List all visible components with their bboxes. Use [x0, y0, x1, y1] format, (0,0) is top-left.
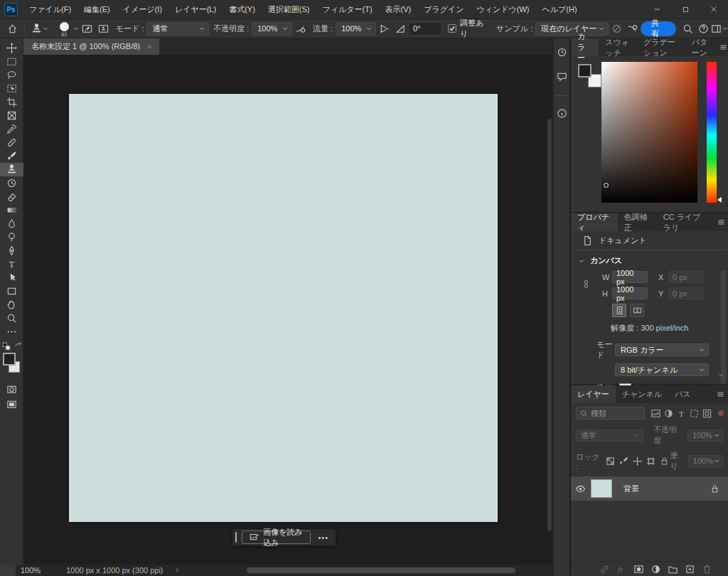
layer-filter-toggle[interactable]	[718, 410, 724, 416]
eraser-tool[interactable]	[0, 190, 23, 203]
crop-tool[interactable]	[0, 95, 23, 109]
color-tab-patterns[interactable]: パターン	[685, 38, 718, 56]
horizontal-scrollbar[interactable]	[247, 567, 515, 573]
properties-tab-adjustments[interactable]: 色調補正	[618, 213, 657, 231]
path-selection-tool[interactable]	[0, 271, 23, 284]
search-button[interactable]	[680, 20, 696, 37]
visibility-eye-icon[interactable]	[571, 484, 589, 494]
type-tool[interactable]: T	[0, 257, 23, 271]
rectangle-tool[interactable]	[0, 284, 23, 298]
menu-view[interactable]: 表示(V)	[379, 0, 418, 18]
comments-panel-button[interactable]	[557, 71, 567, 83]
home-button[interactable]	[4, 20, 21, 37]
hue-slider-marker[interactable]	[717, 197, 722, 203]
lock-all-icon[interactable]	[659, 456, 670, 466]
layer-row-background[interactable]: 背景	[571, 476, 728, 501]
lock-artboard-nesting-icon[interactable]	[646, 456, 656, 466]
layers-tab-paths[interactable]: パス	[668, 385, 697, 403]
move-tool[interactable]	[0, 41, 23, 55]
spot-healing-brush-tool[interactable]	[0, 136, 23, 149]
properties-scrollbar[interactable]	[721, 270, 726, 384]
portrait-orientation-button[interactable]	[612, 304, 626, 317]
filter-pixel-layers-icon[interactable]	[651, 408, 661, 419]
sample-select[interactable]: 現在のレイヤー	[535, 22, 609, 36]
lock-image-pixels-icon[interactable]	[619, 456, 629, 466]
close-tab-icon[interactable]	[146, 43, 153, 50]
menu-type[interactable]: 書式(Y)	[223, 0, 262, 18]
minimize-button[interactable]	[643, 0, 671, 18]
height-field[interactable]: 1000 px	[612, 287, 648, 299]
color-gradient-field[interactable]	[601, 62, 697, 203]
quick-mask-button[interactable]	[0, 383, 23, 396]
width-field[interactable]: 1000 px	[612, 271, 648, 283]
color-panel-menu-button[interactable]	[718, 38, 728, 56]
help-button[interactable]	[696, 20, 712, 37]
filter-type-layers-icon[interactable]: T	[676, 408, 687, 419]
opacity-select[interactable]: 100%	[252, 22, 292, 36]
flow-select[interactable]: 100%	[336, 22, 376, 36]
new-group-icon[interactable]	[668, 564, 678, 575]
layers-tab-channels[interactable]: チャンネル	[616, 385, 668, 403]
properties-panel-menu-button[interactable]	[714, 213, 728, 231]
load-image-button[interactable]: 画像を読み込み	[242, 530, 311, 544]
layer-thumbnail[interactable]	[591, 479, 612, 498]
filter-adjustment-layers-icon[interactable]	[663, 408, 674, 419]
blend-mode-select[interactable]: 通常	[146, 22, 209, 36]
properties-tab-properties[interactable]: プロパティ	[571, 213, 618, 231]
rectangular-marquee-tool[interactable]	[0, 55, 23, 68]
history-brush-tool[interactable]	[0, 176, 23, 190]
maximize-button[interactable]	[671, 0, 700, 18]
vertical-scrollbar[interactable]	[547, 119, 552, 531]
ignore-adjustment-layers-button[interactable]	[609, 20, 625, 37]
default-colors-icon[interactable]	[2, 342, 11, 351]
clone-stamp-tool[interactable]	[0, 163, 23, 176]
layer-locked-icon[interactable]	[710, 484, 719, 494]
menu-filter[interactable]: フィルター(T)	[316, 0, 378, 18]
angle-field[interactable]: 0°	[408, 22, 442, 36]
color-tab-gradients[interactable]: グラデーション	[637, 38, 685, 56]
landscape-orientation-button[interactable]	[630, 304, 644, 317]
menu-file[interactable]: ファイル(F)	[23, 0, 77, 18]
gradient-tool[interactable]	[0, 203, 23, 217]
color-picker-cursor[interactable]	[604, 183, 609, 188]
new-layer-icon[interactable]	[685, 564, 695, 575]
delete-layer-icon[interactable]	[702, 564, 712, 575]
menu-plugins[interactable]: プラグイン	[417, 0, 470, 18]
color-mode-select[interactable]: RGB カラー	[615, 343, 709, 356]
layers-panel-menu-button[interactable]	[712, 385, 728, 403]
taskbar-more-button[interactable]: •••	[316, 533, 331, 542]
chevron-down-icon[interactable]	[73, 25, 80, 32]
filter-smart-objects-icon[interactable]	[702, 408, 712, 419]
lock-transparent-pixels-icon[interactable]	[605, 456, 616, 466]
menu-help[interactable]: ヘルプ(H)	[536, 0, 584, 18]
dodge-tool[interactable]	[0, 230, 23, 244]
bit-depth-select[interactable]: 8 bit/チャンネル	[615, 363, 709, 376]
pressure-opacity-button[interactable]	[292, 20, 309, 37]
taskbar-grip-handle[interactable]	[235, 532, 237, 543]
add-layer-mask-icon[interactable]	[633, 564, 644, 575]
layers-tab-layers[interactable]: レイヤー	[571, 385, 616, 403]
canvas-section-header[interactable]: カンバス	[571, 250, 728, 269]
screen-mode-button[interactable]	[0, 398, 23, 411]
lasso-tool[interactable]	[0, 68, 23, 82]
layer-name[interactable]: 背景	[623, 484, 639, 494]
close-button[interactable]	[700, 0, 728, 18]
tool-preset-picker[interactable]	[31, 23, 49, 34]
hand-tool[interactable]	[0, 298, 23, 311]
foreground-color-chip[interactable]	[578, 64, 592, 78]
link-dimensions-icon[interactable]	[582, 279, 591, 289]
object-selection-tool[interactable]	[0, 82, 23, 95]
zoom-tool[interactable]	[0, 311, 23, 325]
properties-tab-cc-libraries[interactable]: CC ライブラリ	[657, 213, 715, 231]
layer-style-icon[interactable]: fx	[616, 564, 627, 575]
edit-toolbar-button[interactable]	[0, 325, 23, 338]
layer-search-select[interactable]: 種類	[576, 407, 645, 420]
document-tab[interactable]: 名称未設定 1 @ 100% (RGB/8)	[23, 38, 159, 55]
filter-shape-layers-icon[interactable]	[689, 408, 700, 419]
zoom-level[interactable]: 100%	[21, 566, 41, 575]
menu-edit[interactable]: 編集(E)	[77, 0, 117, 18]
brush-angle[interactable]: 0°	[395, 22, 442, 36]
menu-window[interactable]: ウィンドウ(W)	[471, 0, 536, 18]
brush-tool[interactable]	[0, 149, 23, 163]
brush-preset-picker[interactable]: 83	[58, 21, 71, 36]
